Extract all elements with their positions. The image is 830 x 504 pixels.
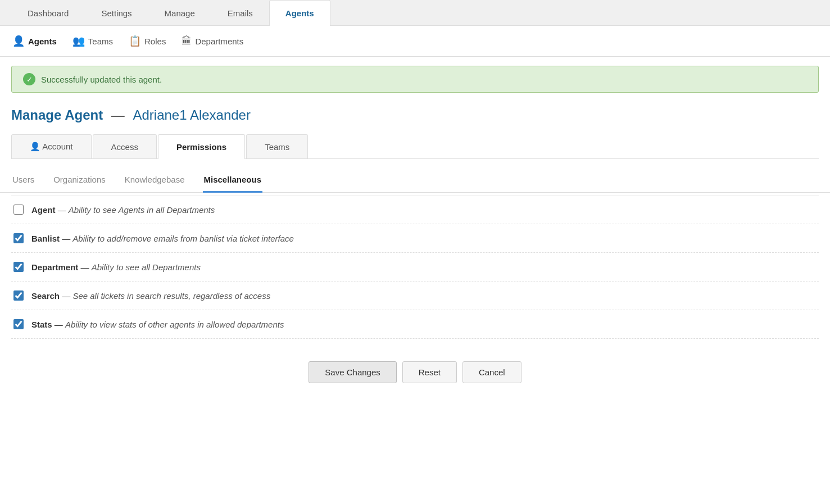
section-tab-access[interactable]: Access bbox=[93, 134, 157, 158]
section-tab-account[interactable]: 👤 Account bbox=[11, 134, 92, 158]
top-nav-item-dashboard[interactable]: Dashboard bbox=[11, 0, 85, 26]
reset-button[interactable]: Reset bbox=[402, 361, 457, 383]
inner-tab-miscellaneous[interactable]: Miscellaneous bbox=[203, 170, 263, 193]
sub-nav-item-roles[interactable]: 📋Roles bbox=[128, 33, 167, 49]
top-nav-item-agents[interactable]: Agents bbox=[269, 0, 330, 26]
cancel-button[interactable]: Cancel bbox=[462, 361, 521, 383]
page-title: Manage Agent — Adriane1 Alexander bbox=[0, 102, 830, 134]
permission-label: Stats — Ability to view stats of other a… bbox=[31, 320, 284, 329]
permission-row: Agent — Ability to see Agents in all Dep… bbox=[11, 195, 819, 224]
sub-nav: 👤Agents👥Teams📋Roles🏛Departments bbox=[0, 26, 830, 57]
permission-label: Agent — Ability to see Agents in all Dep… bbox=[31, 205, 215, 215]
inner-tab-users[interactable]: Users bbox=[11, 170, 35, 193]
sub-nav-item-agents[interactable]: 👤Agents bbox=[11, 33, 58, 49]
save-button[interactable]: Save Changes bbox=[309, 361, 396, 383]
title-separator: — bbox=[111, 107, 129, 122]
permission-list: Agent — Ability to see Agents in all Dep… bbox=[11, 195, 819, 339]
agents-icon: 👤 bbox=[12, 35, 25, 47]
permission-row: Department — Ability to see all Departme… bbox=[11, 253, 819, 281]
success-message: Successfully updated this agent. bbox=[41, 75, 162, 84]
sub-nav-item-departments[interactable]: 🏛Departments bbox=[180, 33, 244, 49]
permission-row: Banlist — Ability to add/remove emails f… bbox=[11, 224, 819, 253]
roles-icon: 📋 bbox=[129, 35, 141, 47]
section-tab-permissions[interactable]: Permissions bbox=[158, 134, 245, 159]
permission-row: Search — See all tickets in search resul… bbox=[11, 281, 819, 310]
permission-checkbox-stats[interactable] bbox=[13, 319, 24, 329]
agent-name: Adriane1 Alexander bbox=[133, 107, 250, 122]
top-nav-item-manage[interactable]: Manage bbox=[148, 0, 211, 26]
top-nav: DashboardSettingsManageEmailsAgents bbox=[0, 0, 830, 26]
sub-nav-item-teams[interactable]: 👥Teams bbox=[71, 33, 114, 49]
section-tab-teams[interactable]: Teams bbox=[246, 134, 308, 158]
permission-label: Department — Ability to see all Departme… bbox=[31, 262, 201, 272]
section-tabs: 👤 AccountAccessPermissionsTeams bbox=[11, 134, 819, 159]
footer-buttons: Save Changes Reset Cancel bbox=[0, 339, 830, 400]
permission-checkbox-banlist[interactable] bbox=[13, 233, 24, 243]
permission-row: Stats — Ability to view stats of other a… bbox=[11, 310, 819, 339]
departments-icon: 🏛 bbox=[182, 35, 192, 47]
permission-checkbox-agent[interactable] bbox=[13, 205, 24, 215]
permission-checkbox-search[interactable] bbox=[13, 290, 24, 301]
success-icon: ✓ bbox=[23, 73, 35, 85]
inner-tabs: UsersOrganizationsKnowledgebaseMiscellan… bbox=[0, 159, 830, 193]
content-area: Agent — Ability to see Agents in all Dep… bbox=[0, 195, 830, 339]
teams-icon: 👥 bbox=[72, 35, 85, 47]
top-nav-item-settings[interactable]: Settings bbox=[85, 0, 148, 26]
permission-label: Search — See all tickets in search resul… bbox=[31, 291, 270, 301]
top-nav-item-emails[interactable]: Emails bbox=[211, 0, 269, 26]
permission-label: Banlist — Ability to add/remove emails f… bbox=[31, 234, 294, 243]
title-prefix: Manage Agent bbox=[11, 107, 103, 122]
inner-tab-organizations[interactable]: Organizations bbox=[52, 170, 107, 193]
permission-checkbox-department[interactable] bbox=[13, 262, 24, 272]
inner-tab-knowledgebase[interactable]: Knowledgebase bbox=[124, 170, 186, 193]
success-banner: ✓ Successfully updated this agent. bbox=[11, 66, 819, 93]
